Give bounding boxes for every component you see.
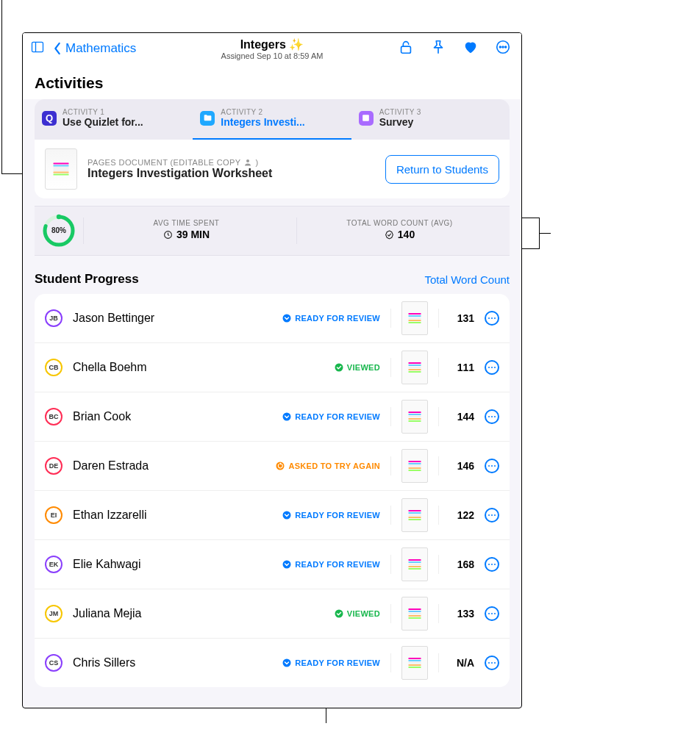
section-heading: Activities [23, 62, 521, 99]
student-list: JBJason BettingerREADY FOR REVIEW131CBCh… [35, 294, 510, 687]
word-count: 144 [449, 411, 474, 423]
document-strip: PAGES DOCUMENT (EDITABLE COPY ) Integers… [35, 140, 510, 198]
callout-line [522, 248, 540, 249]
submission-thumbnail[interactable] [401, 597, 428, 631]
submission-thumbnail[interactable] [401, 301, 428, 335]
student-row[interactable]: DEDaren EstradaASKED TO TRY AGAIN146 [35, 441, 510, 490]
student-row[interactable]: BCBrian CookREADY FOR REVIEW144 [35, 392, 510, 441]
word-count: N/A [449, 657, 474, 669]
divider [438, 309, 439, 328]
divider [438, 506, 439, 525]
row-more-button[interactable] [485, 557, 499, 572]
divider [390, 456, 391, 475]
callout-line [1, 0, 2, 173]
submission-thumbnail[interactable] [401, 449, 428, 483]
submission-thumbnail[interactable] [401, 547, 428, 581]
student-name: Chella Boehm [73, 361, 161, 374]
student-name: Daren Estrada [73, 459, 161, 473]
svg-point-21 [283, 511, 291, 520]
word-count: 168 [449, 559, 474, 570]
submission-thumbnail[interactable] [401, 400, 428, 434]
svg-point-12 [57, 215, 61, 219]
submission-thumbnail[interactable] [401, 498, 428, 532]
word-count-value: 140 [385, 229, 415, 240]
back-button[interactable]: Mathematics [52, 41, 136, 56]
divider [438, 653, 439, 672]
app-window: Mathematics Integers ✨ Assigned Sep 10 a… [22, 32, 522, 708]
row-more-button[interactable] [485, 311, 499, 326]
row-more-button[interactable] [485, 508, 499, 522]
student-row[interactable]: CSChris SillersREADY FOR REVIEWN/A [35, 638, 510, 687]
activity-icon: Q [42, 111, 57, 126]
student-avatar: BC [45, 408, 63, 425]
more-icon[interactable] [495, 39, 511, 58]
divider [438, 555, 439, 574]
document-title: Integers Investigation Worksheet [88, 167, 272, 180]
row-more-button[interactable] [485, 606, 499, 621]
student-name: Juliana Mejia [73, 607, 161, 620]
word-count: 131 [449, 312, 474, 324]
activity-eyebrow: ACTIVITY 2 [221, 108, 304, 116]
student-name: Elie Kahwagi [73, 558, 161, 571]
student-row[interactable]: EKElie KahwagiREADY FOR REVIEW168 [35, 539, 510, 589]
status-badge: READY FOR REVIEW [282, 511, 380, 520]
chevron-left-icon [52, 42, 63, 55]
student-row[interactable]: JMJuliana MejiaVIEWED133 [35, 589, 510, 638]
svg-rect-8 [362, 115, 369, 121]
student-avatar: CS [45, 654, 63, 672]
student-row[interactable]: CBChella BoehmVIEWED111 [35, 342, 510, 392]
total-word-count-link[interactable]: Total Word Count [424, 273, 510, 286]
svg-point-7 [505, 46, 507, 48]
student-avatar: JM [45, 605, 63, 622]
activity-tabs-card: QACTIVITY 1Use Quizlet for...ACTIVITY 2I… [35, 99, 510, 140]
document-thumbnail[interactable] [45, 148, 77, 190]
header-bar: Mathematics Integers ✨ Assigned Sep 10 a… [23, 33, 521, 62]
row-more-button[interactable] [485, 459, 499, 473]
svg-marker-15 [385, 231, 393, 239]
divider [390, 358, 391, 377]
student-name: Jason Bettinger [73, 312, 161, 325]
student-avatar: JB [45, 309, 63, 327]
word-count: 133 [449, 608, 474, 620]
activity-tab-2[interactable]: ACTIVITY 2Integers Investi... [193, 99, 351, 140]
submission-thumbnail[interactable] [401, 351, 428, 384]
student-progress-heading: Student Progress [35, 272, 139, 287]
pin-icon[interactable] [430, 39, 446, 58]
student-avatar: CB [45, 359, 63, 376]
sidebar-toggle-icon[interactable] [30, 40, 45, 57]
svg-point-24 [283, 659, 291, 667]
row-more-button[interactable] [485, 409, 499, 424]
svg-text:80%: 80% [51, 226, 66, 234]
activity-label: Integers Investi... [221, 116, 304, 128]
divider [390, 506, 391, 525]
row-more-button[interactable] [485, 656, 499, 670]
return-to-students-button[interactable]: Return to Students [385, 155, 499, 184]
person-icon [243, 158, 252, 167]
row-more-button[interactable] [485, 360, 499, 375]
student-name: Brian Cook [73, 410, 161, 423]
page-title: Integers ✨ [221, 37, 324, 51]
heart-icon[interactable] [463, 39, 479, 58]
word-count-label: TOTAL WORD COUNT (AVG) [297, 219, 502, 227]
status-badge: READY FOR REVIEW [282, 658, 380, 667]
student-avatar: EI [45, 506, 63, 524]
divider [390, 309, 391, 328]
activity-eyebrow: ACTIVITY 1 [63, 108, 143, 116]
activity-tab-3[interactable]: ACTIVITY 3Survey [351, 99, 510, 140]
student-row[interactable]: JBJason BettingerREADY FOR REVIEW131 [35, 294, 510, 342]
summary-stats: 80% AVG TIME SPENT 39 MIN TOTAL WORD COU… [35, 206, 510, 256]
word-count: 146 [449, 460, 474, 472]
student-name: Ethan Izzarelli [73, 509, 161, 522]
callout-line [1, 173, 22, 174]
word-count: 111 [449, 362, 474, 373]
submission-thumbnail[interactable] [401, 646, 428, 680]
word-count: 122 [449, 509, 474, 521]
svg-point-9 [246, 159, 249, 162]
svg-rect-2 [401, 46, 411, 53]
student-avatar: DE [45, 457, 63, 475]
status-badge: READY FOR REVIEW [282, 412, 380, 421]
lock-open-icon[interactable] [398, 39, 414, 58]
callout-line [539, 233, 551, 234]
activity-tab-1[interactable]: QACTIVITY 1Use Quizlet for... [35, 99, 193, 140]
student-row[interactable]: EIEthan IzzarelliREADY FOR REVIEW122 [35, 490, 510, 539]
